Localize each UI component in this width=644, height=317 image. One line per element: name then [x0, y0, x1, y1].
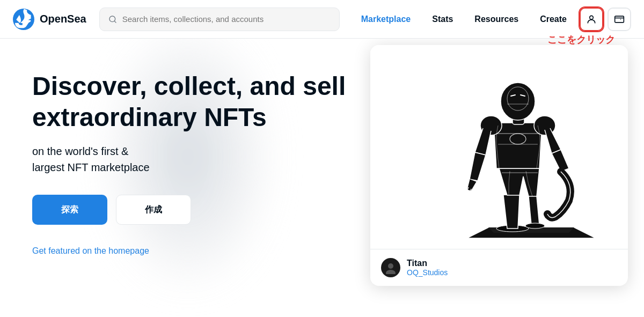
nav-links: Marketplace Stats Resources Create — [353, 8, 631, 31]
search-input[interactable] — [122, 14, 331, 24]
opensea-logo-icon — [13, 9, 34, 30]
create-button[interactable]: 作成 — [116, 195, 191, 225]
cta-buttons: 探索 作成 — [32, 195, 354, 225]
get-featured-link[interactable]: Get featured on the homepage — [32, 246, 354, 256]
nav-marketplace[interactable]: Marketplace — [353, 10, 420, 28]
search-icon — [108, 15, 117, 24]
hero-title: Discover, collect, and sell extraordinar… — [32, 71, 354, 132]
nft-creator: OQ_Studios — [407, 268, 448, 277]
svg-point-24 — [388, 263, 393, 269]
nft-details: Titan OQ_Studios — [407, 259, 448, 277]
logo[interactable]: OpenSea — [13, 9, 86, 30]
nft-avatar — [381, 258, 400, 277]
svg-point-2 — [590, 16, 594, 19]
nft-info: Titan OQ_Studios — [370, 249, 628, 286]
navbar: OpenSea Marketplace Stats Resources Crea… — [0, 0, 644, 39]
svg-point-25 — [386, 270, 396, 274]
nft-image — [370, 45, 628, 249]
nav-stats[interactable]: Stats — [423, 10, 462, 28]
nft-title: Titan — [407, 259, 448, 268]
explore-button[interactable]: 探索 — [32, 195, 107, 225]
nft-card: Titan OQ_Studios — [370, 45, 628, 286]
titan-svg — [370, 45, 628, 249]
hero-section: Discover, collect, and sell extraordinar… — [0, 39, 354, 317]
wallet-button[interactable] — [608, 8, 631, 31]
wallet-icon — [614, 14, 625, 25]
svg-rect-3 — [615, 16, 624, 23]
svg-point-8 — [525, 223, 545, 228]
profile-button[interactable] — [580, 8, 603, 31]
nav-resources[interactable]: Resources — [466, 10, 527, 28]
nav-create[interactable]: Create — [531, 10, 575, 28]
main-content: Discover, collect, and sell extraordinar… — [0, 39, 644, 317]
nft-card-section: Titan OQ_Studios — [354, 39, 644, 317]
avatar-icon — [384, 261, 397, 274]
svg-point-19 — [501, 83, 535, 120]
logo-text: OpenSea — [40, 13, 86, 25]
search-bar[interactable] — [99, 8, 340, 31]
user-icon — [586, 14, 597, 25]
hero-subtitle: on the world's first &largest NFT market… — [32, 143, 354, 175]
